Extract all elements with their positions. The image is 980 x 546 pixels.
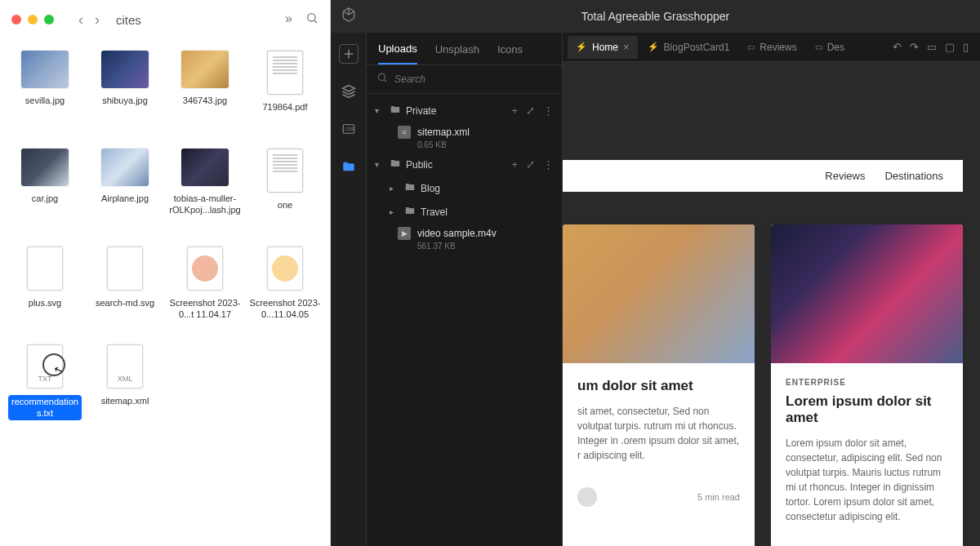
file-item[interactable]: tobias-a-muller-rOLKpoj...lash.jpg (165, 145, 245, 243)
layers-button[interactable] (339, 82, 359, 101)
canvas-tabs: ⚡Home×⚡BlogPostCard1▭Reviews▭Des↶↷▭▢▯ (563, 33, 980, 62)
folder-private[interactable]: ▾ Private + ⤢ ⋮ (367, 99, 562, 122)
project-title: Total Agreeable Grasshopper (367, 10, 944, 23)
canvas-tab-blogpostcard1[interactable]: ⚡BlogPostCard1 (639, 36, 738, 59)
assets-search-input[interactable] (394, 73, 552, 85)
blog-card[interactable]: um dolor sit ametsit amet, consectetur, … (563, 224, 755, 546)
folder-travel[interactable]: ▸ Travel (381, 200, 562, 224)
assets-tab-unsplash[interactable]: Unsplash (435, 43, 479, 64)
svg-marker-4 (342, 86, 354, 92)
canvas-tab-home[interactable]: ⚡Home× (568, 36, 638, 59)
back-button[interactable]: ‹ (75, 11, 87, 29)
canvas-viewport[interactable]: Reviews Destinations um dolor sit ametsi… (563, 62, 980, 546)
card-body: um dolor sit ametsit amet, consectetur, … (563, 363, 755, 477)
file-item[interactable]: search-md.svg (85, 243, 165, 341)
card-text: sit amet, consectetur, Sed non volutpat … (577, 404, 740, 463)
file-label: shibuya.jpg (102, 95, 148, 106)
file-item[interactable]: shibuya.jpg (85, 47, 165, 145)
canvas-toolbar-right: ↶↷▭▢▯ (893, 41, 975, 53)
desktop-view-button[interactable]: ▭ (927, 41, 937, 53)
forward-button[interactable]: › (91, 11, 103, 29)
file-thumbnail (267, 246, 303, 291)
file-label: Airplane.jpg (101, 193, 149, 204)
redo-button[interactable]: ↷ (910, 41, 919, 53)
folder-label: Private (406, 105, 506, 117)
open-external-icon[interactable]: ⤢ (526, 158, 535, 171)
file-thumbnail (21, 51, 69, 88)
assets-tab-icons[interactable]: Icons (497, 43, 523, 64)
read-time: 5 min read (697, 492, 740, 502)
file-thumbnail (101, 149, 149, 186)
css-button[interactable]: CSS (339, 119, 359, 139)
file-item[interactable]: 346743.jpg (165, 47, 245, 145)
file-thumbnail (21, 149, 69, 186)
chevron-down-icon: ▾ (375, 160, 385, 169)
nav-reviews[interactable]: Reviews (825, 170, 865, 182)
finder-toolbar: ‹ › cites » (0, 0, 330, 39)
add-file-button[interactable]: + (511, 104, 518, 117)
studio-titlebar: Total Agreeable Grasshopper (331, 0, 980, 33)
folder-blog[interactable]: ▸ Blog (381, 176, 562, 200)
file-label: recommendations.txt (8, 395, 82, 420)
search-icon (376, 72, 388, 87)
file-label: sitemap.xml (101, 395, 149, 406)
file-size: 561.37 KB (367, 242, 562, 251)
assets-tab-uploads[interactable]: Uploads (378, 42, 417, 64)
file-item[interactable]: sevilla.jpg (5, 47, 85, 145)
file-name: sitemap.xml (417, 127, 470, 138)
close-window-button[interactable] (11, 15, 21, 24)
svg-point-0 (308, 14, 315, 21)
file-item[interactable]: plus.svg (5, 243, 85, 341)
card-text: Lorem ipsum dolor sit amet, consectetur,… (786, 436, 948, 524)
canvas-tab-des[interactable]: ▭Des (807, 36, 853, 59)
file-item[interactable]: car.jpg (5, 145, 85, 243)
more-options-button[interactable]: ⋮ (543, 158, 554, 171)
more-button[interactable]: » (285, 11, 292, 28)
mobile-view-button[interactable]: ▯ (963, 41, 969, 53)
file-item[interactable]: Screenshot 2023-0...t 11.04.17 (165, 243, 245, 341)
maximize-window-button[interactable] (44, 15, 54, 24)
tab-label: BlogPostCard1 (664, 42, 730, 53)
file-video-sample[interactable]: ▶ video sample.m4v (367, 224, 562, 243)
file-thumbnail (101, 51, 149, 88)
add-element-button[interactable] (339, 44, 359, 64)
file-item[interactable]: TXT↖recommendations.txt (5, 341, 85, 439)
tablet-view-button[interactable]: ▢ (945, 41, 955, 53)
finder-toolbar-right: » (285, 11, 318, 28)
folder-public[interactable]: ▾ Public + ⤢ ⋮ (367, 153, 562, 176)
file-thumbnail (181, 149, 229, 186)
undo-button[interactable]: ↶ (893, 41, 902, 53)
blog-card[interactable]: ENTERPRISELorem ipsum dolor sit ametLore… (771, 224, 963, 546)
finder-nav: ‹ › (75, 11, 103, 29)
close-tab-button[interactable]: × (623, 41, 630, 53)
nav-destinations[interactable]: Destinations (884, 170, 943, 182)
minimize-window-button[interactable] (28, 15, 38, 24)
file-thumbnail (27, 246, 63, 291)
open-external-icon[interactable]: ⤢ (526, 104, 535, 117)
canvas-tab-reviews[interactable]: ▭Reviews (739, 36, 804, 59)
studio-logo-icon (341, 7, 357, 26)
file-item[interactable]: Airplane.jpg (85, 145, 165, 243)
file-item[interactable]: XMLsitemap.xml (85, 341, 165, 439)
dynamic-page-icon: ⚡ (576, 42, 587, 52)
file-sitemap-xml[interactable]: ≡ sitemap.xml (367, 122, 562, 142)
svg-line-8 (385, 80, 387, 82)
folder-label: Public (406, 159, 506, 171)
assets-tabs: UploadsUnsplashIcons (367, 33, 562, 65)
search-button[interactable] (305, 11, 318, 28)
file-item[interactable]: one (245, 145, 325, 243)
tab-label: Reviews (760, 42, 796, 53)
finder-file-grid: sevilla.jpgshibuya.jpg346743.jpg719864.p… (0, 39, 330, 546)
page-nav: Reviews Destinations (563, 160, 963, 192)
add-file-button[interactable]: + (511, 158, 518, 171)
assets-button[interactable] (339, 157, 359, 176)
file-thumbnail (187, 246, 223, 291)
file-item[interactable]: Screenshot 2023-0...11.04.05 (245, 243, 325, 341)
file-label: 719864.pdf (262, 101, 307, 113)
file-label: tobias-a-muller-rOLKpoj...lash.jpg (168, 193, 242, 216)
file-item[interactable]: 719864.pdf (245, 47, 325, 145)
card-title: Lorem ipsum dolor sit amet (786, 393, 948, 426)
file-thumbnail (267, 51, 303, 95)
more-options-button[interactable]: ⋮ (543, 104, 554, 117)
folder-icon (404, 205, 416, 219)
